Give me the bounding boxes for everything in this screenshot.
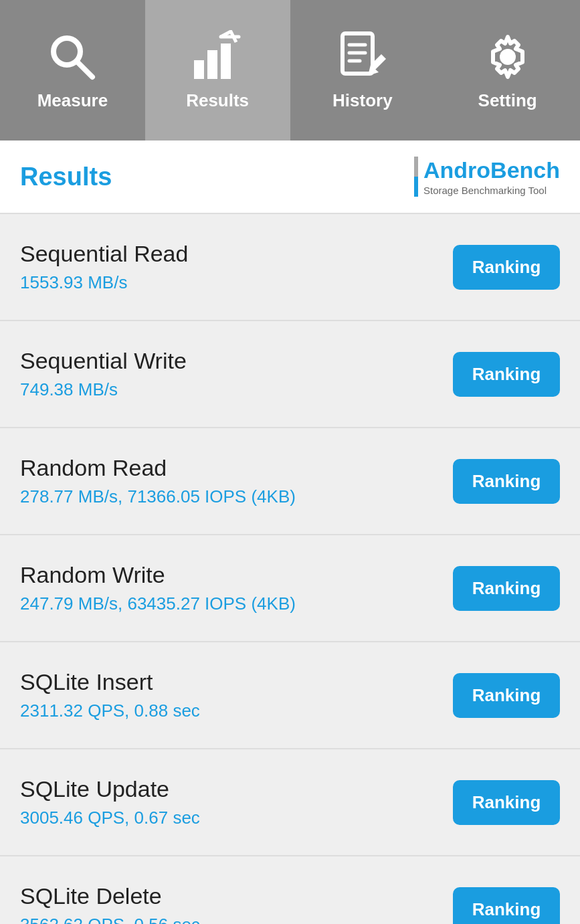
result-title: Sequential Read <box>20 241 188 267</box>
result-value: 247.79 MB/s, 63435.27 IOPS (4KB) <box>20 593 296 614</box>
measure-icon <box>45 30 99 84</box>
result-info: Sequential Write749.38 MB/s <box>20 348 187 400</box>
ranking-button[interactable]: Ranking <box>453 566 560 611</box>
top-nav: Measure Results H <box>0 0 580 141</box>
history-icon <box>336 30 389 84</box>
result-row: Random Write247.79 MB/s, 63435.27 IOPS (… <box>0 535 580 642</box>
ranking-button[interactable]: Ranking <box>453 245 560 290</box>
ranking-button[interactable]: Ranking <box>453 352 560 397</box>
result-row: SQLite Update3005.46 QPS, 0.67 secRankin… <box>0 749 580 856</box>
ranking-button[interactable]: Ranking <box>453 459 560 504</box>
svg-rect-2 <box>194 60 204 79</box>
result-title: Random Write <box>20 562 296 588</box>
result-info: Random Read278.77 MB/s, 71366.05 IOPS (4… <box>20 455 296 507</box>
svg-rect-3 <box>207 50 217 79</box>
page-header: Results AndroBench Storage Benchmarking … <box>0 141 580 214</box>
result-title: Sequential Write <box>20 348 187 374</box>
result-row: Sequential Write749.38 MB/sRanking <box>0 321 580 428</box>
result-info: SQLite Delete3562.62 QPS, 0.56 sec <box>20 883 200 924</box>
nav-item-setting[interactable]: Setting <box>435 0 580 141</box>
brand-andro: Andro <box>423 157 490 183</box>
ranking-button[interactable]: Ranking <box>453 673 560 718</box>
result-value: 3005.46 QPS, 0.67 sec <box>20 808 200 828</box>
nav-item-history[interactable]: History <box>290 0 436 141</box>
result-info: Random Write247.79 MB/s, 63435.27 IOPS (… <box>20 562 296 614</box>
result-info: SQLite Insert2311.32 QPS, 0.88 sec <box>20 669 200 721</box>
nav-item-results[interactable]: Results <box>145 0 290 141</box>
result-value: 749.38 MB/s <box>20 379 187 400</box>
nav-results-label: Results <box>186 90 249 111</box>
ranking-button[interactable]: Ranking <box>453 780 560 825</box>
result-title: SQLite Update <box>20 776 200 802</box>
result-row: Sequential Read1553.93 MB/sRanking <box>0 214 580 321</box>
result-value: 2311.32 QPS, 0.88 sec <box>20 701 200 721</box>
svg-line-1 <box>77 62 92 77</box>
result-title: SQLite Delete <box>20 883 200 909</box>
result-row: Random Read278.77 MB/s, 71366.05 IOPS (4… <box>0 428 580 535</box>
brand-text: AndroBench Storage Benchmarking Tool <box>423 157 560 196</box>
nav-setting-label: Setting <box>478 90 537 111</box>
ranking-button[interactable]: Ranking <box>453 887 560 925</box>
svg-rect-4 <box>221 43 231 79</box>
setting-icon <box>481 30 535 84</box>
svg-point-12 <box>500 49 516 65</box>
result-row: SQLite Delete3562.62 QPS, 0.56 secRankin… <box>0 856 580 924</box>
result-info: SQLite Update3005.46 QPS, 0.67 sec <box>20 776 200 828</box>
brand-bench: Bench <box>490 157 560 183</box>
brand-logo: AndroBench Storage Benchmarking Tool <box>414 157 560 197</box>
nav-measure-label: Measure <box>37 90 108 111</box>
result-value: 3562.62 QPS, 0.56 sec <box>20 915 200 924</box>
result-title: SQLite Insert <box>20 669 200 695</box>
brand-sub: Storage Benchmarking Tool <box>423 185 560 196</box>
results-list: Sequential Read1553.93 MB/sRankingSequen… <box>0 214 580 924</box>
brand-name: AndroBench <box>423 157 560 183</box>
result-row: SQLite Insert2311.32 QPS, 0.88 secRankin… <box>0 642 580 749</box>
nav-item-measure[interactable]: Measure <box>0 0 145 141</box>
results-icon <box>191 30 244 84</box>
result-value: 278.77 MB/s, 71366.05 IOPS (4KB) <box>20 486 296 507</box>
result-value: 1553.93 MB/s <box>20 272 188 293</box>
result-title: Random Read <box>20 455 296 481</box>
result-info: Sequential Read1553.93 MB/s <box>20 241 188 293</box>
brand-bar <box>414 157 418 197</box>
nav-history-label: History <box>332 90 393 111</box>
page-title: Results <box>20 163 112 191</box>
